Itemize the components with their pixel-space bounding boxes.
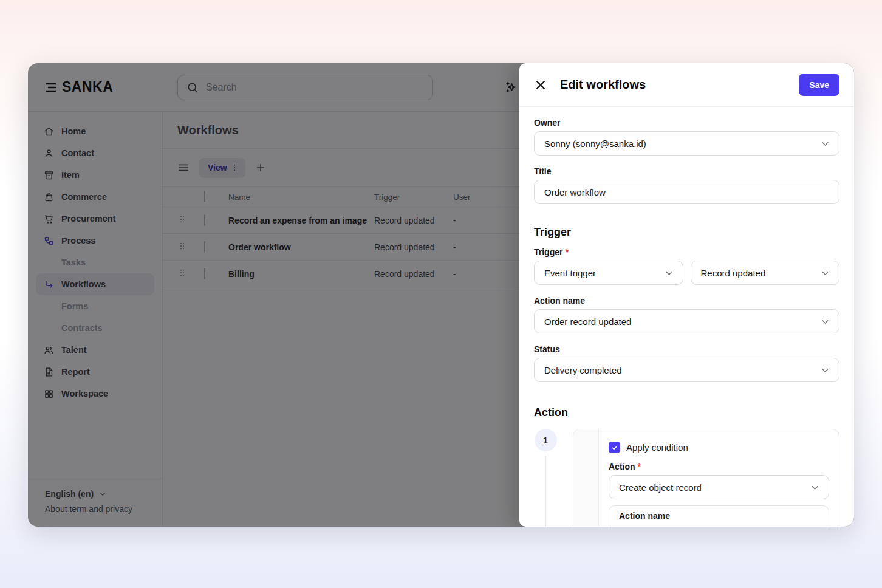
owner-value: Sonny (sonny@sanka.id) <box>544 138 820 149</box>
chevron-down-icon <box>820 138 830 149</box>
action-name-label: Action name <box>534 296 839 306</box>
status-value: Delivery completed <box>544 365 820 375</box>
edit-workflows-drawer: Edit workflows Save Owner Sonny (sonny@s… <box>519 63 854 527</box>
owner-label: Owner <box>534 118 839 128</box>
close-icon[interactable] <box>534 78 547 92</box>
drawer-body: Owner Sonny (sonny@sanka.id) Title Order… <box>519 107 854 527</box>
chevron-down-icon <box>820 365 830 375</box>
action-card: Apply condition Action* Create object re… <box>573 429 839 527</box>
action-card-drag-strip[interactable] <box>573 429 599 527</box>
required-mark: * <box>565 247 568 257</box>
check-icon <box>611 444 618 451</box>
status-label: Status <box>534 344 839 354</box>
required-mark: * <box>638 462 641 471</box>
apply-condition-label: Apply condition <box>626 442 688 453</box>
chevron-down-icon <box>820 268 830 278</box>
save-button[interactable]: Save <box>799 74 839 96</box>
step-number-badge: 1 <box>535 429 557 451</box>
title-label: Title <box>534 166 839 176</box>
nested-action-config: Action name <box>609 505 829 527</box>
action-label: Action* <box>609 462 829 471</box>
trigger-type-select[interactable]: Event trigger <box>534 261 683 285</box>
step-connector-line <box>545 456 546 527</box>
owner-select[interactable]: Sonny (sonny@sanka.id) <box>534 131 839 156</box>
drawer-header: Edit workflows Save <box>519 63 854 107</box>
action-select[interactable]: Create object record <box>609 475 829 499</box>
trigger-label: Trigger* <box>534 247 839 257</box>
trigger-section-heading: Trigger <box>534 226 839 239</box>
action-step-1: 1 Apply condition Action* <box>534 429 839 527</box>
trigger-event-value: Record updated <box>701 268 821 278</box>
action-name-value: Order record updated <box>544 316 820 327</box>
apply-condition-checkbox[interactable] <box>609 442 620 453</box>
trigger-type-value: Event trigger <box>544 268 664 278</box>
chevron-down-icon <box>664 268 674 278</box>
trigger-event-select[interactable]: Record updated <box>691 261 840 285</box>
title-input-value: Order workflow <box>544 187 606 197</box>
action-section-heading: Action <box>534 406 839 419</box>
action-name-select[interactable]: Order record updated <box>534 309 839 333</box>
apply-condition-row: Apply condition <box>609 442 829 453</box>
chevron-down-icon <box>810 482 820 493</box>
action-value: Create object record <box>619 482 810 493</box>
title-input[interactable]: Order workflow <box>534 180 839 204</box>
app-window: SANKA Search Home Contact <box>28 63 854 527</box>
nested-action-name-label: Action name <box>619 511 819 521</box>
drawer-title: Edit workflows <box>560 78 646 92</box>
status-select[interactable]: Delivery completed <box>534 358 839 382</box>
chevron-down-icon <box>820 316 830 327</box>
